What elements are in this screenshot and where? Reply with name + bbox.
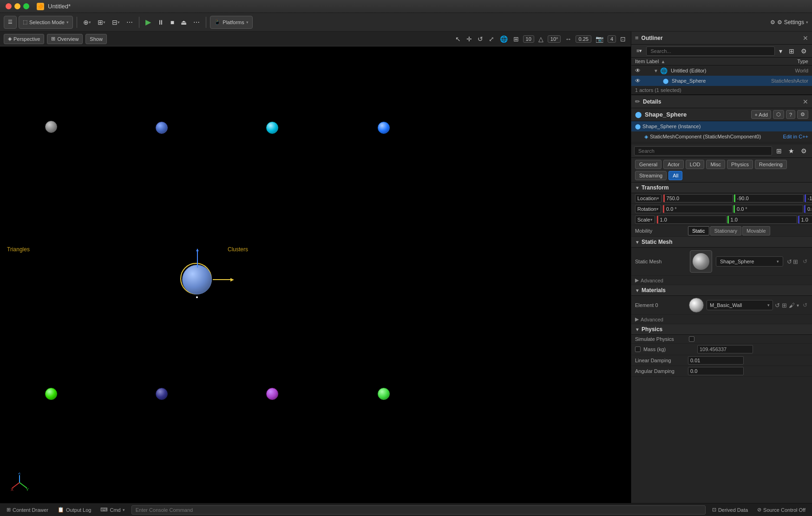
mass-enabled-checkbox[interactable] <box>635 346 641 352</box>
rotation-z-input[interactable] <box>804 205 812 213</box>
minimize-button[interactable] <box>14 3 20 9</box>
close-button[interactable] <box>6 3 12 9</box>
translate-icon[interactable]: ✛ <box>465 34 473 44</box>
scale-dropdown[interactable]: Scale ▾ <box>635 216 655 224</box>
sphere-darkblue-6[interactable] <box>156 388 168 400</box>
filter-physics-button[interactable]: Physics <box>727 160 753 169</box>
viewport-canvas[interactable]: ▲ ▶ Triangles Clusters <box>0 46 631 503</box>
derived-data-button[interactable]: ⊡ Derived Data <box>709 506 751 514</box>
mat-reload-button[interactable]: ↺ <box>775 302 780 309</box>
table-view-button[interactable]: ⊞ <box>774 146 784 156</box>
outliner-view-options-button[interactable]: ▾ <box>777 46 785 56</box>
transform-section-header[interactable]: ▼ Transform <box>631 183 812 193</box>
filter-all-button[interactable]: All <box>668 171 682 180</box>
mat-paint-button[interactable]: 🖌 <box>789 302 795 309</box>
content-drawer-button[interactable]: ⊞ Content Drawer <box>4 506 51 514</box>
outliner-search-input[interactable] <box>646 46 775 56</box>
location-dropdown[interactable]: Location ▾ <box>635 194 661 202</box>
sphere-world-1[interactable] <box>45 121 57 133</box>
sphere-brightgreen-8[interactable] <box>378 388 390 400</box>
help-button[interactable]: ? <box>786 110 795 119</box>
filter-misc-button[interactable]: Misc <box>706 160 725 169</box>
rotation-y-input[interactable] <box>733 205 803 213</box>
perspective-button[interactable]: ◈ Perspective <box>4 34 44 44</box>
camera-badge[interactable]: 4 <box>608 35 616 43</box>
details-settings-button[interactable]: ⚙ <box>799 146 809 156</box>
mat-more-button[interactable]: ▾ <box>797 303 799 308</box>
outliner-item-world[interactable]: 👁 ▼ 🌐 Untitled (Editor) World <box>631 65 812 76</box>
angular-damping-input[interactable] <box>688 367 744 375</box>
mesh-selector[interactable]: Shape_Sphere ▾ <box>716 256 783 267</box>
mobility-static-button[interactable]: Static <box>688 226 709 235</box>
mobility-stationary-button[interactable]: Stationary <box>710 226 742 235</box>
simulate-physics-checkbox[interactable] <box>689 336 694 342</box>
stop-button[interactable]: ■ <box>168 16 177 29</box>
scale-y-input[interactable] <box>727 216 797 224</box>
eject-button[interactable]: ⏏ <box>178 16 189 29</box>
actor-settings-button[interactable]: ⚙ <box>797 110 808 119</box>
location-y-input[interactable] <box>734 194 804 202</box>
material-selector[interactable]: M_Basic_Wall ▾ <box>707 300 773 310</box>
favorites-button[interactable]: ★ <box>786 146 797 156</box>
mat-browse-button[interactable]: ⊞ <box>782 302 787 309</box>
outliner-add-button[interactable]: ⊞ <box>786 46 797 56</box>
outliner-item-sphere[interactable]: 👁 ⬤ Shape_Sphere StaticMeshActor <box>631 76 812 86</box>
scale-x-input[interactable] <box>657 216 727 224</box>
console-input[interactable] <box>131 505 706 515</box>
scale-z-input[interactable] <box>798 216 812 224</box>
traffic-lights[interactable] <box>6 3 29 9</box>
mesh-reset-button[interactable]: ↺ <box>802 258 808 265</box>
pause-button[interactable]: ⏸ <box>155 16 166 29</box>
overview-button[interactable]: ⊞ Overview <box>47 34 83 44</box>
filter-actor-button[interactable]: Actor <box>663 160 684 169</box>
cursor-icon[interactable]: ↖ <box>454 34 462 44</box>
details-close-button[interactable]: ✕ <box>803 98 808 105</box>
details-search-input[interactable] <box>634 146 772 156</box>
play-button[interactable]: ▶ <box>143 16 153 29</box>
outliner-settings-button[interactable]: ⚙ <box>799 46 809 56</box>
instance-component-item[interactable]: ⬤ Shape_Sphere (Instance) <box>631 121 812 131</box>
edit-cpp-button[interactable]: Edit in C++ <box>783 134 808 139</box>
linear-damping-input[interactable] <box>688 356 744 365</box>
source-control-button[interactable]: ⊘ Source Control Off <box>754 506 808 514</box>
scale-badge[interactable]: 0.25 <box>576 35 591 43</box>
filter-rendering-button[interactable]: Rendering <box>755 160 787 169</box>
platforms-button[interactable]: 📱 Platforms ▾ <box>210 16 252 29</box>
static-mesh-advanced-row[interactable]: ▶ Advanced <box>631 276 812 285</box>
filter-streaming-button[interactable]: Streaming <box>635 171 667 180</box>
settings-button[interactable]: ⚙ ⚙ Settings ▾ <box>770 19 808 26</box>
sphere-cyan-3[interactable] <box>266 122 278 134</box>
location-z-input[interactable] <box>805 194 812 202</box>
maximize-vp-icon[interactable]: ⊡ <box>619 34 627 44</box>
static-mesh-component-item[interactable]: ◈ StaticMeshComponent (StaticMeshCompone… <box>631 131 812 142</box>
eye-icon-world[interactable]: 👁 <box>635 67 641 74</box>
sphere-purple-7[interactable] <box>266 388 278 400</box>
materials-section-header[interactable]: ▼ Materials <box>631 285 812 296</box>
materials-advanced-row[interactable]: ▶ Advanced <box>631 315 812 324</box>
more-options-button[interactable]: ⋯ <box>124 16 135 29</box>
sphere-blue-4[interactable] <box>378 122 390 134</box>
cmd-button[interactable]: ⌨ Cmd ▾ <box>98 506 127 514</box>
material-reset-button[interactable]: ↺ <box>802 302 808 308</box>
mobility-movable-button[interactable]: Movable <box>742 226 770 235</box>
select-tool-button[interactable]: ⊞ ▾ <box>95 16 108 29</box>
show-button[interactable]: Show <box>85 34 107 44</box>
angle-icon[interactable]: △ <box>537 34 545 44</box>
sphere-green-5[interactable] <box>45 388 57 400</box>
mesh-browse-button[interactable]: ⊞ <box>793 258 798 265</box>
angle-badge[interactable]: 10° <box>548 35 561 43</box>
grid-icon[interactable]: ⊞ <box>512 34 520 44</box>
physics-section-header[interactable]: ▼ Physics <box>631 324 812 335</box>
outliner-filter-button[interactable]: ≡▾ <box>634 46 644 56</box>
sphere-globe-2[interactable] <box>156 122 168 134</box>
blueprint-button[interactable]: ⬡ <box>773 110 784 119</box>
rotate-icon[interactable]: ↺ <box>476 34 485 44</box>
hamburger-menu-button[interactable]: ☰ <box>4 16 17 29</box>
snap-button[interactable]: ⊟ ▾ <box>110 16 122 29</box>
mass-input[interactable] <box>697 345 753 353</box>
eye-icon-sphere[interactable]: 👁 <box>635 78 641 84</box>
rotation-x-input[interactable] <box>663 205 733 213</box>
maximize-button[interactable] <box>23 3 29 9</box>
scale-badge-icon[interactable]: ↔ <box>563 34 573 44</box>
add-actor-button[interactable]: ⊕ ▾ <box>81 16 93 29</box>
